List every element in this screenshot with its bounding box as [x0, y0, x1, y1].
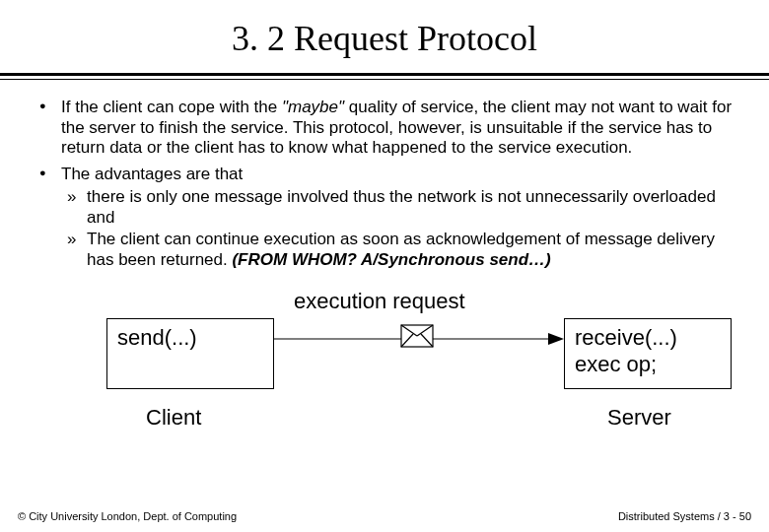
footer: © City University London, Dept. of Compu… — [18, 510, 751, 522]
diagram: execution request send(...) receive(...)… — [35, 289, 734, 436]
server-box-line2: exec op; — [575, 352, 657, 376]
bullet-1: If the client can cope with the "maybe" … — [35, 98, 734, 159]
bullet-2a: there is only one message involved thus … — [61, 187, 734, 228]
server-box: receive(...) exec op; — [564, 318, 732, 389]
server-box-line1: receive(...) — [575, 325, 677, 350]
slide-title: 3. 2 Request Protocol — [0, 0, 769, 73]
client-box-text: send(...) — [117, 325, 197, 350]
envelope-icon — [400, 324, 434, 348]
bullet-1-pre: If the client can cope with the — [61, 98, 282, 116]
slide-body: If the client can cope with the "maybe" … — [0, 80, 769, 436]
svg-marker-1 — [548, 333, 564, 345]
bullet-2-text: The advantages are that — [61, 165, 243, 183]
client-label: Client — [146, 405, 201, 432]
execution-request-label: execution request — [294, 289, 465, 315]
bullet-2b-em: (FROM WHOM? A/Synchronous send…) — [232, 250, 550, 269]
title-rule — [0, 73, 769, 80]
bullet-2: The advantages are that there is only on… — [35, 165, 734, 271]
client-box: send(...) — [106, 318, 274, 389]
footer-right: Distributed Systems / 3 - 50 — [618, 510, 751, 522]
bullet-2b: The client can continue execution as soo… — [61, 230, 734, 270]
bullet-1-quote: "maybe" — [282, 98, 344, 116]
slide: 3. 2 Request Protocol If the client can … — [0, 0, 769, 532]
server-label: Server — [607, 405, 671, 432]
footer-left: © City University London, Dept. of Compu… — [18, 510, 237, 522]
